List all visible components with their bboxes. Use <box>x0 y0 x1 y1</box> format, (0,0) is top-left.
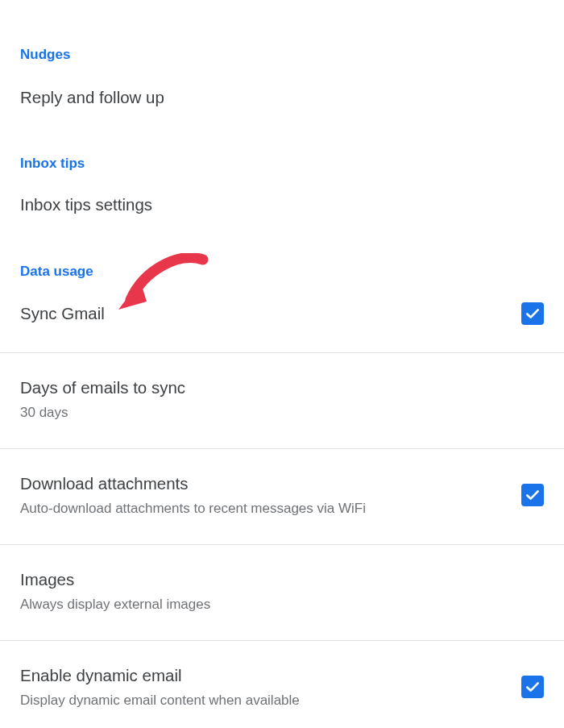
check-icon <box>525 487 541 503</box>
setting-images[interactable]: Images Always display external images <box>0 545 564 640</box>
setting-text: Days of emails to sync 30 days <box>20 377 185 421</box>
setting-text: Enable dynamic email Display dynamic ema… <box>20 665 300 709</box>
setting-text: Download attachments Auto-download attac… <box>20 473 366 517</box>
setting-days-to-sync[interactable]: Days of emails to sync 30 days <box>0 353 564 448</box>
check-icon <box>525 679 541 695</box>
section-header-inbox-tips: Inbox tips <box>0 123 564 172</box>
check-icon <box>525 306 541 322</box>
setting-title: Sync Gmail <box>20 303 105 325</box>
setting-title: Inbox tips settings <box>20 194 152 216</box>
setting-title: Reply and follow up <box>20 87 164 109</box>
checkbox-sync-gmail[interactable] <box>521 302 544 325</box>
setting-text: Images Always display external images <box>20 569 210 613</box>
setting-title: Days of emails to sync <box>20 377 185 399</box>
section-header-data-usage: Data usage <box>0 230 564 280</box>
setting-text: Sync Gmail <box>20 303 105 325</box>
setting-reply-follow-up[interactable]: Reply and follow up <box>0 63 564 123</box>
setting-dynamic-email[interactable]: Enable dynamic email Display dynamic ema… <box>0 641 564 728</box>
setting-inbox-tips[interactable]: Inbox tips settings <box>0 172 564 231</box>
checkbox-download-attachments[interactable] <box>521 484 544 506</box>
setting-subtitle: 30 days <box>20 404 185 421</box>
setting-subtitle: Always display external images <box>20 596 210 613</box>
setting-subtitle: Auto-download attachments to recent mess… <box>20 500 366 517</box>
setting-title: Enable dynamic email <box>20 665 300 687</box>
setting-download-attachments[interactable]: Download attachments Auto-download attac… <box>0 449 564 544</box>
section-header-nudges: Nudges <box>0 0 564 63</box>
setting-title: Download attachments <box>20 473 366 495</box>
setting-sync-gmail[interactable]: Sync Gmail <box>0 280 564 352</box>
setting-text: Reply and follow up <box>20 87 164 109</box>
checkbox-dynamic-email[interactable] <box>521 676 544 698</box>
setting-text: Inbox tips settings <box>20 194 152 216</box>
setting-subtitle: Display dynamic email content when avail… <box>20 692 300 709</box>
setting-title: Images <box>20 569 210 591</box>
